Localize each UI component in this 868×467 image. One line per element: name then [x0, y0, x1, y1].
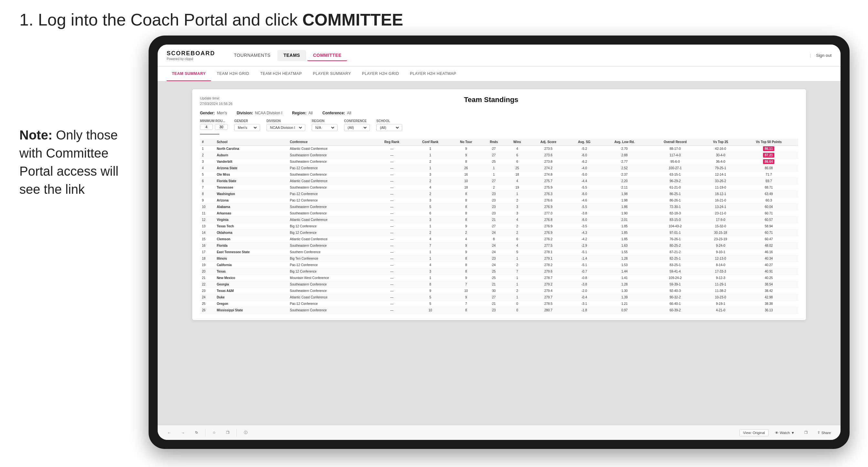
cell-no-tour: 8 — [450, 159, 482, 165]
cell-conf-rank: 1 — [410, 255, 450, 262]
sub-nav-team-h2h-grid[interactable]: TEAM H2H GRID — [212, 66, 254, 81]
school-control-input[interactable]: (All) — [376, 124, 402, 131]
region-control-label: Region — [312, 119, 338, 123]
gender-control-input[interactable]: Men's — [234, 124, 260, 131]
toolbar-share-btn[interactable]: ⇪ Share — [814, 429, 834, 436]
cell-vs-top50-points: 40.34 — [739, 255, 798, 262]
cell-adj-score: 277.5 — [529, 243, 568, 249]
cell-adj-score: 280.7 — [529, 307, 568, 314]
cell-conf-rank: 1 — [410, 152, 450, 159]
cell-rnds: 27 — [482, 146, 505, 152]
toolbar-forward-btn[interactable]: → — [178, 429, 188, 436]
region-control-input[interactable]: N/A — [312, 124, 338, 131]
conference-control-input[interactable]: (All) — [344, 124, 370, 131]
cell-wins: 2 — [505, 288, 528, 294]
division-control-input[interactable]: NCAA Division I — [267, 124, 305, 131]
cell-wins: 1 — [505, 275, 528, 281]
toolbar-info-btn[interactable]: ⓘ — [241, 429, 251, 437]
cell-overall: 82-18-3 — [649, 210, 702, 217]
min-rounds-slider: ▬▬▬▬▬▬ — [200, 132, 228, 135]
cell-adj-score: 273.8 — [529, 159, 568, 165]
cell-conf-rank: 1 — [410, 223, 450, 229]
cell-avg-low: 1.41 — [600, 275, 649, 281]
cell-overall: 66-40-1 — [649, 301, 702, 307]
region-select[interactable]: N/A — [314, 125, 335, 130]
division-select[interactable]: NCAA Division I — [269, 125, 303, 130]
cell-vs-top50-points: 86.64 — [739, 159, 798, 165]
cell-school: Virginia — [215, 217, 288, 223]
data-table-wrapper: # School Conference Reg Rank Conf Rank N… — [200, 138, 798, 314]
cell-avg-sg: -4.6 — [568, 197, 600, 204]
cell-conf-rank: 6 — [410, 210, 450, 217]
toolbar-divider-1 — [205, 429, 206, 437]
toolbar-bookmark-btn[interactable]: ☆ — [209, 429, 219, 436]
gender-select[interactable]: Men's — [237, 125, 258, 130]
cell-vs-top25: 11-29-1 — [702, 281, 739, 288]
sub-nav-player-h2h-grid[interactable]: PLAYER H2H GRID — [356, 66, 404, 81]
cell-conference: Southeastern Conference — [288, 204, 373, 210]
cell-conf-rank: 1 — [410, 165, 450, 172]
cell-rank: 15 — [200, 236, 215, 243]
sign-out-link[interactable]: Sign out — [816, 53, 832, 58]
cell-reg-rank: — — [373, 262, 410, 269]
sub-nav-player-h2h-heatmap[interactable]: PLAYER H2H HEATMAP — [405, 66, 461, 81]
update-time: Update time: 27/03/2024 16:56:26 — [200, 96, 232, 106]
cell-vs-top25: 18-12-1 — [702, 191, 739, 197]
sub-nav-team-h2h-heatmap[interactable]: TEAM H2H HEATMAP — [255, 66, 307, 81]
cell-school: North Carolina — [215, 146, 288, 152]
toolbar-back-btn[interactable]: ← — [164, 429, 174, 436]
cell-wins: 25 — [505, 165, 528, 172]
sub-nav-team-summary[interactable]: TEAM SUMMARY — [167, 66, 211, 81]
cell-conf-rank: 4 — [410, 184, 450, 191]
toolbar-expand-btn[interactable]: ❐ — [801, 429, 811, 436]
filter-gender-value: Men's — [217, 111, 227, 115]
sub-nav-player-summary[interactable]: PLAYER SUMMARY — [308, 66, 356, 81]
cell-conference: Big Ten Conference — [288, 255, 373, 262]
table-row: 6 Florida State Atlantic Coast Conferenc… — [200, 178, 798, 184]
cell-vs-top50-points: 40.27 — [739, 262, 798, 269]
cell-reg-rank: — — [373, 172, 410, 178]
cell-rank: 17 — [200, 249, 215, 255]
cell-no-tour: 8 — [450, 204, 482, 210]
cell-no-tour: 8 — [450, 197, 482, 204]
nav-item-committee[interactable]: COMMITTEE — [307, 50, 348, 61]
cell-avg-low: 1.44 — [600, 269, 649, 275]
cell-adj-score: 276.3 — [529, 191, 568, 197]
cell-rnds: 21 — [482, 301, 505, 307]
toolbar-share-btn-small[interactable]: ❐ — [223, 429, 232, 436]
toolbar-watch-btn[interactable]: 👁 Watch ▼ — [772, 429, 798, 436]
share-label: Share — [822, 431, 831, 435]
cell-rank: 5 — [200, 172, 215, 178]
table-row: 21 New Mexico Mountain West Conference —… — [200, 275, 798, 281]
cell-avg-sg: -6.0 — [568, 217, 600, 223]
cell-conference: Pac-12 Conference — [288, 165, 373, 172]
cell-conf-rank: 5 — [410, 301, 450, 307]
cell-conf-rank: 1 — [410, 146, 450, 152]
table-row: 4 Arizona State Pac-12 Conference — 1 26… — [200, 165, 798, 172]
min-rounds-max-input[interactable] — [215, 124, 228, 130]
cell-conf-rank: 4 — [410, 236, 450, 243]
school-select[interactable]: (All) — [379, 125, 400, 130]
min-rounds-min-input[interactable] — [200, 124, 213, 130]
cell-reg-rank: — — [373, 307, 410, 314]
cell-avg-low: 1.39 — [600, 294, 649, 301]
cell-rank: 26 — [200, 307, 215, 314]
cell-adj-score: 279.6 — [529, 269, 568, 275]
nav-item-tournaments[interactable]: TOURNAMENTS — [228, 50, 276, 61]
cell-vs-top25: 42-16-0 — [702, 146, 739, 152]
cell-avg-low: 1.55 — [600, 249, 649, 255]
table-row: 19 California Pac-12 Conference — 4 8 24… — [200, 262, 798, 269]
cell-adj-score: 276.9 — [529, 229, 568, 236]
view-original-btn[interactable]: View: Original — [739, 429, 769, 436]
cell-no-tour: 18 — [450, 184, 482, 191]
conference-select[interactable]: (All) — [346, 125, 368, 130]
cell-rank: 23 — [200, 288, 215, 294]
cell-rank: 1 — [200, 146, 215, 152]
cell-school: Clemson — [215, 236, 288, 243]
cell-avg-low: 2.11 — [600, 184, 649, 191]
filter-division: Division: NCAA Division I — [237, 111, 282, 115]
nav-item-teams[interactable]: TEAMS — [278, 50, 306, 61]
logo-title: SCOREBOARD — [167, 50, 215, 57]
cell-conference: Pac-12 Conference — [288, 262, 373, 269]
toolbar-refresh-btn[interactable]: ↻ — [192, 429, 201, 436]
